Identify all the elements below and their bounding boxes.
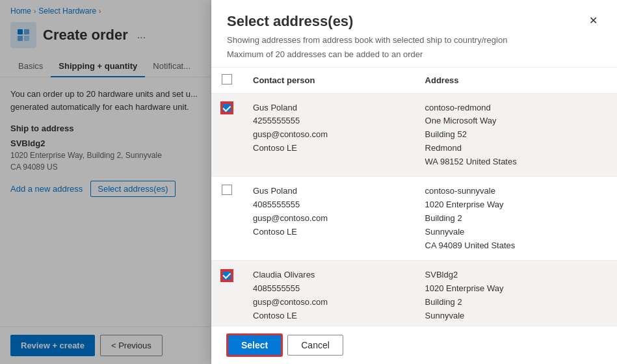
modal-subtitle2: Maximum of 20 addresses can be added to … <box>227 49 507 59</box>
row2-name: Gus Poland <box>253 185 404 198</box>
row3-company: Contoso LE <box>253 309 404 323</box>
row3-addr-line1: 1020 Enterprise Way <box>425 282 607 296</box>
row2-company: Contoso LE <box>253 226 404 239</box>
select-button[interactable]: Select <box>227 334 282 356</box>
row1-company: Contoso LE <box>253 142 404 155</box>
select-all-header <box>211 68 243 94</box>
row3-name: Claudia Olivares <box>253 268 404 282</box>
table-row: Gus Poland 4255555555 gusp@contoso.com C… <box>211 93 617 177</box>
row2-checkbox-cell <box>211 177 243 261</box>
row1-addr-line1: One Microsoft Way <box>425 114 607 128</box>
row2-addr-site: contoso-sunnyvale <box>425 185 607 198</box>
row1-checkbox[interactable] <box>222 103 232 113</box>
row2-email: gusp@contoso.com <box>253 212 404 226</box>
row3-address: SVBldg2 1020 Enterprise Way Building 2 S… <box>415 261 617 326</box>
row2-phone: 4085555555 <box>253 198 404 212</box>
modal-header: Select address(es) Showing addresses fro… <box>211 0 617 68</box>
row1-email: gusp@contoso.com <box>253 128 404 142</box>
select-addresses-modal: Select address(es) Showing addresses fro… <box>211 0 617 364</box>
row2-addr-line2: Building 2 <box>425 212 607 226</box>
row1-addr-city: Redmond <box>425 142 607 155</box>
address-header: Address <box>415 68 617 94</box>
row1-phone: 4255555555 <box>253 114 404 128</box>
modal-body: Contact person Address Gus Poland 425555… <box>211 68 617 326</box>
select-all-checkbox[interactable] <box>222 74 232 84</box>
row1-checkbox-cell <box>211 93 243 177</box>
row1-name: Gus Poland <box>253 101 404 115</box>
row1-address: contoso-redmond One Microsoft Way Buildi… <box>415 93 617 177</box>
row2-addr-zip: CA 94089 United States <box>425 239 607 253</box>
modal-footer: Select Cancel <box>211 326 617 364</box>
modal-close-button[interactable]: ✕ <box>585 13 601 28</box>
modal-header-content: Select address(es) Showing addresses fro… <box>227 13 507 59</box>
row1-addr-line2: Building 52 <box>425 128 607 142</box>
modal-subtitle1: Showing addresses from address book with… <box>227 34 507 47</box>
row3-checkbox[interactable] <box>222 270 232 281</box>
row2-address: contoso-sunnyvale 1020 Enterprise Way Bu… <box>415 177 617 261</box>
row3-addr-site: SVBldg2 <box>425 268 607 282</box>
table-row: Gus Poland 4085555555 gusp@contoso.com C… <box>211 177 617 261</box>
row1-addr-site: contoso-redmond <box>425 101 607 115</box>
row3-email: gusp@contoso.com <box>253 296 404 309</box>
row3-addr-city: Sunnyvale <box>425 309 607 323</box>
row1-addr-zip: WA 98152 United States <box>425 155 607 169</box>
row2-addr-line1: 1020 Enterprise Way <box>425 198 607 212</box>
cancel-button[interactable]: Cancel <box>287 335 343 356</box>
contact-person-header: Contact person <box>243 68 415 94</box>
row3-phone: 4085555555 <box>253 282 404 296</box>
row2-contact: Gus Poland 4085555555 gusp@contoso.com C… <box>243 177 415 261</box>
address-table: Contact person Address Gus Poland 425555… <box>211 68 617 326</box>
row3-addr-line2: Building 2 <box>425 296 607 309</box>
row3-contact: Claudia Olivares 4085555555 gusp@contoso… <box>243 261 415 326</box>
row2-checkbox[interactable] <box>222 185 232 195</box>
modal-title: Select address(es) <box>227 13 507 30</box>
row2-addr-city: Sunnyvale <box>425 226 607 239</box>
row3-checkbox-cell <box>211 261 243 326</box>
table-row: Claudia Olivares 4085555555 gusp@contoso… <box>211 261 617 326</box>
row1-contact: Gus Poland 4255555555 gusp@contoso.com C… <box>243 93 415 177</box>
